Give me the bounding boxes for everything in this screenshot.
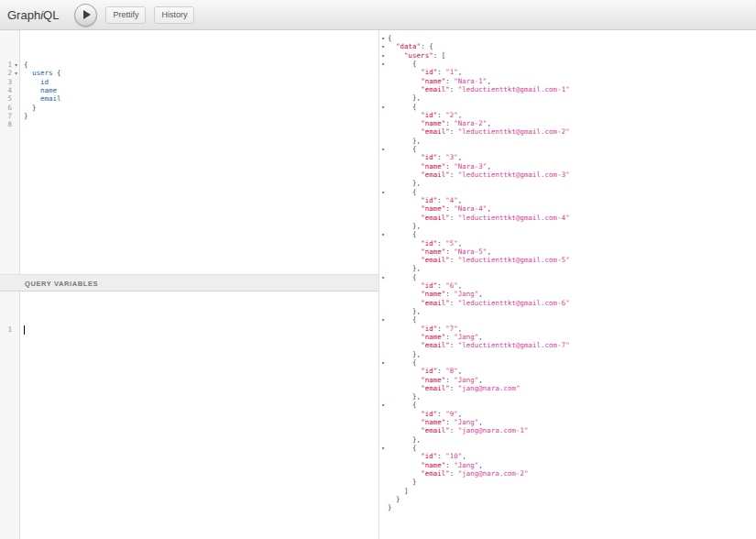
code-token: "3" [445, 153, 458, 161]
code-token: : [450, 469, 458, 478]
code-token [388, 290, 421, 298]
fold-gutter-spacer [379, 222, 386, 230]
query-line-code: } [24, 112, 28, 120]
code-token: }, [388, 137, 421, 145]
code-token: users [32, 69, 53, 77]
code-token: "name" [421, 333, 445, 341]
fold-gutter-spacer [379, 153, 386, 161]
result-line: }, [379, 392, 756, 401]
history-button[interactable]: History [154, 6, 194, 24]
fold-arrow-icon[interactable]: ▾ [379, 51, 386, 60]
code-token [388, 162, 421, 170]
code-token: "7" [445, 324, 458, 333]
query-variables-header[interactable]: QUERY VARIABLES [0, 274, 378, 292]
fold-gutter-spacer [379, 452, 386, 460]
result-line: }, [379, 350, 756, 358]
fold-gutter-spacer [379, 324, 386, 333]
fold-gutter-spacer [12, 86, 20, 94]
code-token [24, 69, 32, 77]
result-line-code: { [388, 145, 417, 153]
result-line-code: } [388, 503, 392, 512]
fold-arrow-icon[interactable]: ▾ [379, 358, 386, 367]
code-token: "name" [421, 290, 445, 298]
result-line-code: "name": "Nara-1", [388, 77, 491, 85]
fold-gutter-spacer [379, 503, 386, 512]
result-line-code: { [388, 188, 417, 196]
fold-arrow-icon[interactable]: ▾ [12, 69, 20, 77]
code-token: , [478, 418, 483, 426]
code-token: : [437, 239, 445, 248]
fold-gutter-spacer [379, 426, 386, 434]
fold-arrow-icon[interactable]: ▾ [12, 60, 20, 69]
code-token [388, 426, 421, 434]
fold-arrow-icon[interactable]: ▾ [379, 230, 386, 238]
result-line-code: { [388, 401, 417, 409]
code-token: , [478, 290, 483, 298]
code-token: "id" [421, 452, 437, 460]
result-line-code: "name": "Jang", [388, 418, 483, 426]
code-token [388, 77, 421, 85]
result-line: "email": "leductienttkt@gmail.com-3" [379, 170, 756, 179]
text-cursor [24, 325, 25, 335]
result-line-code: "name": "Jang", [388, 376, 483, 384]
code-token: , [478, 376, 483, 384]
variables-editor[interactable]: 1 [0, 292, 378, 539]
code-token: "Nara-5" [454, 248, 487, 256]
code-token: }, [388, 392, 421, 401]
code-token: : [437, 153, 445, 161]
result-line: ▾ { [379, 315, 756, 324]
fold-arrow-icon[interactable]: ▾ [379, 42, 386, 50]
fold-arrow-icon[interactable]: ▾ [379, 103, 386, 111]
result-line-code: "email": "jang@nara.com" [388, 384, 520, 392]
result-viewer[interactable]: ▾{▾ "data": {▾ "users": [▾ { "id": "1", … [379, 30, 756, 539]
result-line: }, [379, 179, 756, 187]
fold-arrow-icon[interactable]: ▾ [379, 145, 386, 153]
fold-arrow-icon[interactable]: ▾ [379, 315, 386, 324]
query-editor[interactable]: 1▾{2▾ users {3 id4 name5 email6 }7}8 [0, 30, 378, 274]
line-number: 7 [0, 112, 12, 120]
result-line-code: "name": "Nara-5", [388, 248, 491, 256]
result-line: ▾ { [379, 103, 756, 111]
result-line: "name": "Nara-4", [379, 204, 756, 213]
result-line: "id": "1", [379, 68, 756, 76]
result-line-code: "id": "2", [388, 111, 462, 119]
fold-gutter-spacer [379, 392, 386, 401]
query-line: 4 name [0, 86, 378, 94]
fold-arrow-icon[interactable]: ▾ [379, 34, 386, 42]
result-line-code: }, [388, 179, 421, 187]
result-line: "email": "leductienttkt@gmail.com-1" [379, 85, 756, 94]
code-token: "4" [445, 196, 458, 204]
code-token: ] [388, 487, 409, 495]
execute-query-button[interactable] [74, 4, 97, 27]
result-line-code: { [388, 60, 417, 68]
result-line-code: "email": "leductienttkt@gmail.com-1" [388, 85, 570, 94]
code-token: "users" [404, 51, 433, 60]
result-line-code: { [388, 358, 417, 367]
app-title-graph: Graph [7, 8, 40, 22]
code-token: , [458, 196, 463, 204]
fold-gutter-spacer [379, 333, 386, 341]
result-line: }, [379, 307, 756, 315]
fold-arrow-icon[interactable]: ▾ [379, 444, 386, 452]
code-token [24, 78, 40, 86]
query-line-code: } [24, 104, 37, 112]
code-token: } [24, 104, 37, 112]
result-line-code: "email": "jang@nara.com-1" [388, 426, 529, 434]
fold-arrow-icon[interactable]: ▾ [379, 188, 386, 196]
code-token: "10" [445, 452, 462, 460]
code-token: : [437, 68, 445, 76]
fold-arrow-icon[interactable]: ▾ [379, 60, 386, 68]
fold-gutter-spacer [379, 77, 386, 85]
fold-arrow-icon[interactable]: ▾ [379, 401, 386, 409]
result-line: "name": "Nara-3", [379, 162, 756, 170]
fold-gutter-spacer [379, 281, 386, 290]
prettify-button[interactable]: Prettify [105, 6, 146, 24]
fold-gutter-spacer [379, 264, 386, 272]
code-token: }, [388, 350, 421, 358]
graphiql-app: GraphiQL Prettify History 1▾{2▾ users {3… [0, 0, 756, 539]
code-token [388, 127, 421, 136]
code-token: "id" [421, 68, 437, 76]
fold-gutter-spacer [12, 112, 20, 120]
code-token: : [445, 376, 454, 384]
fold-arrow-icon[interactable]: ▾ [379, 273, 386, 281]
